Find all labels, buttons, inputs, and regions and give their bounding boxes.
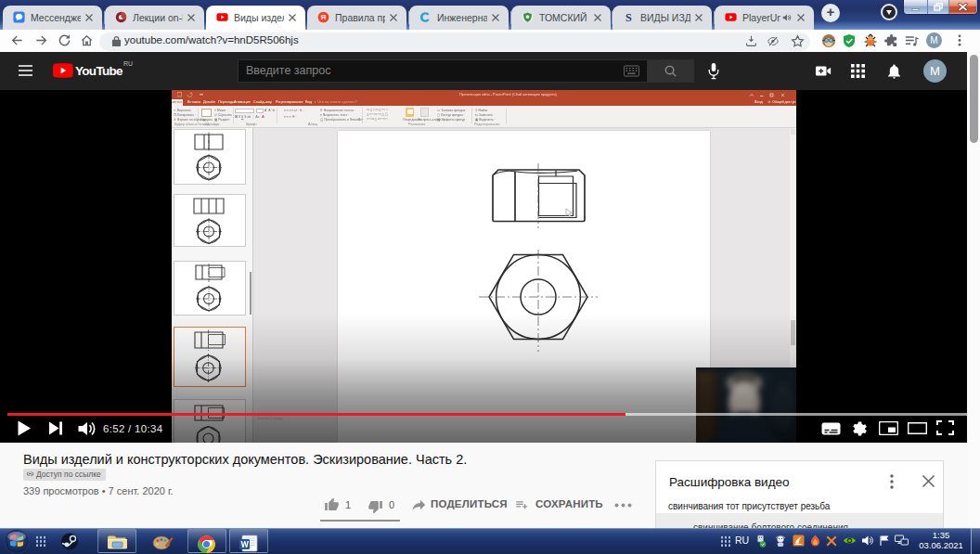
svg-text:S: S (625, 11, 632, 23)
svg-text:Я: Я (321, 14, 327, 22)
